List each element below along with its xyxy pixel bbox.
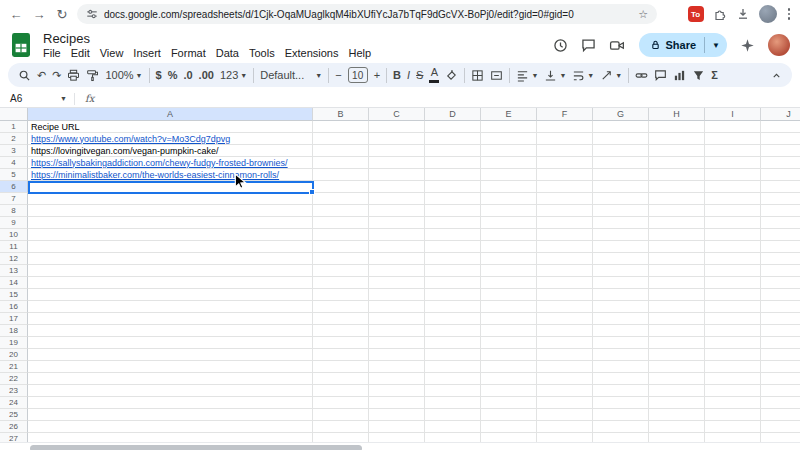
cell-B23[interactable] — [313, 385, 369, 397]
extensions-puzzle-icon[interactable] — [713, 7, 727, 21]
menu-tools[interactable]: Tools — [244, 46, 280, 60]
cell-I18[interactable] — [705, 325, 761, 337]
cell-H25[interactable] — [649, 409, 705, 421]
cell-G6[interactable] — [593, 181, 649, 193]
cell-F18[interactable] — [537, 325, 593, 337]
cell-E1[interactable] — [481, 121, 537, 133]
cell-F6[interactable] — [537, 181, 593, 193]
cell-D4[interactable] — [425, 157, 481, 169]
cell-E6[interactable] — [481, 181, 537, 193]
gemini-sparkle-icon[interactable] — [740, 38, 755, 53]
cell-E5[interactable] — [481, 169, 537, 181]
row-header-17[interactable]: 17 — [0, 313, 28, 325]
menu-insert[interactable]: Insert — [128, 46, 166, 60]
insert-chart-button[interactable] — [673, 69, 686, 82]
extension-badge[interactable]: To — [688, 6, 704, 22]
cell-A2[interactable]: https://www.youtube.com/watch?v=Mo3Cdg7d… — [28, 133, 313, 145]
cell-A18[interactable] — [28, 325, 313, 337]
search-menus-icon[interactable] — [18, 69, 31, 82]
cell-J18[interactable] — [761, 325, 800, 337]
cell-B4[interactable] — [313, 157, 369, 169]
cell-A4[interactable]: https://sallysbakingaddiction.com/chewy-… — [28, 157, 313, 169]
cell-C17[interactable] — [369, 313, 425, 325]
text-color-button[interactable]: A — [429, 67, 439, 83]
document-title[interactable]: Recipes — [38, 31, 376, 46]
borders-button[interactable] — [471, 69, 484, 82]
cell-D2[interactable] — [425, 133, 481, 145]
cell-G16[interactable] — [593, 301, 649, 313]
cell-H20[interactable] — [649, 349, 705, 361]
cell-B14[interactable] — [313, 277, 369, 289]
cell-B21[interactable] — [313, 361, 369, 373]
cell-C21[interactable] — [369, 361, 425, 373]
cell-E4[interactable] — [481, 157, 537, 169]
cell-B19[interactable] — [313, 337, 369, 349]
format-currency-button[interactable]: $ — [156, 69, 162, 81]
cell-F2[interactable] — [537, 133, 593, 145]
cell-B16[interactable] — [313, 301, 369, 313]
cell-A13[interactable] — [28, 265, 313, 277]
cell-G18[interactable] — [593, 325, 649, 337]
cell-H10[interactable] — [649, 229, 705, 241]
row-header-25[interactable]: 25 — [0, 409, 28, 421]
cell-H2[interactable] — [649, 133, 705, 145]
cell-B24[interactable] — [313, 397, 369, 409]
cell-E13[interactable] — [481, 265, 537, 277]
cell-C22[interactable] — [369, 373, 425, 385]
cell-E8[interactable] — [481, 205, 537, 217]
functions-button[interactable]: Σ — [711, 69, 718, 81]
cell-C9[interactable] — [369, 217, 425, 229]
cell-E15[interactable] — [481, 289, 537, 301]
cell-D16[interactable] — [425, 301, 481, 313]
cell-H6[interactable] — [649, 181, 705, 193]
collapse-toolbar-icon[interactable] — [771, 70, 782, 81]
cell-I1[interactable] — [705, 121, 761, 133]
cell-D20[interactable] — [425, 349, 481, 361]
row-header-23[interactable]: 23 — [0, 385, 28, 397]
cell-E10[interactable] — [481, 229, 537, 241]
cell-D8[interactable] — [425, 205, 481, 217]
share-dropdown-icon[interactable]: ▼ — [705, 41, 727, 50]
number-format-button[interactable]: 123▼ — [220, 69, 247, 81]
menu-file[interactable]: File — [38, 46, 66, 60]
browser-menu-icon[interactable] — [786, 8, 793, 20]
cell-H21[interactable] — [649, 361, 705, 373]
cell-G19[interactable] — [593, 337, 649, 349]
cell-J6[interactable] — [761, 181, 800, 193]
cell-B18[interactable] — [313, 325, 369, 337]
row-header-15[interactable]: 15 — [0, 289, 28, 301]
cell-G13[interactable] — [593, 265, 649, 277]
cell-H9[interactable] — [649, 217, 705, 229]
menu-extensions[interactable]: Extensions — [280, 46, 344, 60]
cell-B7[interactable] — [313, 193, 369, 205]
version-history-icon[interactable] — [553, 38, 568, 53]
cell-A7[interactable] — [28, 193, 313, 205]
row-header-18[interactable]: 18 — [0, 325, 28, 337]
cell-E2[interactable] — [481, 133, 537, 145]
cell-A11[interactable] — [28, 241, 313, 253]
cell-H7[interactable] — [649, 193, 705, 205]
cell-D23[interactable] — [425, 385, 481, 397]
cell-I4[interactable] — [705, 157, 761, 169]
cell-G12[interactable] — [593, 253, 649, 265]
cell-C19[interactable] — [369, 337, 425, 349]
cell-C8[interactable] — [369, 205, 425, 217]
cell-A1[interactable]: Recipe URL — [28, 121, 313, 133]
cell-D17[interactable] — [425, 313, 481, 325]
cell-E11[interactable] — [481, 241, 537, 253]
cell-E3[interactable] — [481, 145, 537, 157]
cell-J16[interactable] — [761, 301, 800, 313]
row-header-2[interactable]: 2 — [0, 133, 28, 145]
cell-H12[interactable] — [649, 253, 705, 265]
cell-I11[interactable] — [705, 241, 761, 253]
cell-F21[interactable] — [537, 361, 593, 373]
cell-D1[interactable] — [425, 121, 481, 133]
cell-G11[interactable] — [593, 241, 649, 253]
cell-H15[interactable] — [649, 289, 705, 301]
cell-G23[interactable] — [593, 385, 649, 397]
cell-hyperlink[interactable]: https://sallysbakingaddiction.com/chewy-… — [31, 158, 288, 168]
cell-A12[interactable] — [28, 253, 313, 265]
cell-I6[interactable] — [705, 181, 761, 193]
cell-F4[interactable] — [537, 157, 593, 169]
create-filter-button[interactable] — [692, 69, 705, 82]
